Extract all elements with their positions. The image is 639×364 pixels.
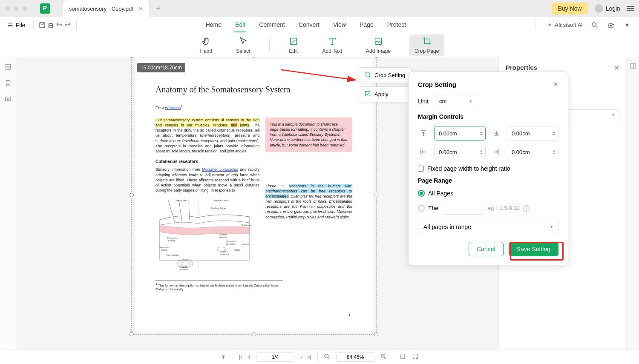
go-last-icon[interactable]: ›|	[308, 354, 311, 360]
tool-label: Add Image	[366, 48, 391, 54]
tool-add-text[interactable]: Add Text	[317, 34, 347, 56]
margin-right-input[interactable]: ▲▼	[507, 145, 558, 159]
fixed-ratio-checkbox[interactable]: Fixed page width to height ratio	[418, 165, 558, 172]
figure-label: Figure 1:	[265, 184, 284, 188]
crop-setting-button[interactable]: Crop Setting	[358, 67, 412, 83]
svg-point-30	[182, 262, 189, 265]
crop-selection[interactable]: 15.00cm*18.76cm Anatomy of the Somatosen…	[135, 59, 373, 331]
next-page-icon[interactable]: ›	[300, 354, 302, 360]
tool-select[interactable]: Select	[231, 34, 255, 56]
close-modal-icon[interactable]: ✕	[553, 80, 558, 88]
margin-left-input[interactable]: ▲▼	[434, 145, 486, 159]
panel-toggle-icon[interactable]	[629, 62, 637, 70]
file-menu[interactable]: ☰ File	[8, 22, 26, 29]
crop-handle[interactable]	[374, 193, 378, 197]
menu-view[interactable]: View	[332, 18, 347, 32]
document-tab[interactable]: somatosensory - Copy.pdf ✕	[63, 0, 149, 17]
file-label: File	[16, 22, 26, 29]
highlight: Our somatosensory system consists of sen…	[155, 118, 259, 122]
menu-page[interactable]: Page	[359, 18, 374, 32]
fixed-ratio-input[interactable]	[418, 166, 424, 172]
login-button[interactable]: Login	[595, 4, 620, 13]
traffic-max-icon[interactable]	[22, 6, 27, 11]
crop-handle[interactable]	[252, 57, 256, 58]
info-icon[interactable]: i	[523, 205, 530, 212]
menu-convert[interactable]: Convert	[298, 18, 320, 32]
zoom-out-icon[interactable]	[324, 353, 330, 361]
crop-handle[interactable]	[374, 57, 378, 58]
all-pages-radio[interactable]: All Pages	[418, 190, 558, 197]
save-icon[interactable]	[38, 21, 46, 29]
margin-left-field[interactable]	[439, 149, 469, 155]
cancel-button[interactable]: Cancel	[469, 242, 504, 256]
crop-handle[interactable]	[130, 57, 134, 58]
tool-add-image[interactable]: Add Image	[361, 34, 396, 56]
fit-page-icon[interactable]	[412, 353, 419, 361]
comment-icon[interactable]	[4, 95, 13, 104]
text: ), and pain (	[216, 139, 237, 143]
margin-left-icon	[418, 148, 429, 156]
search-icon[interactable]	[590, 21, 599, 29]
svg-rect-33	[366, 92, 370, 96]
undo-icon[interactable]	[55, 21, 63, 29]
separator	[33, 20, 34, 30]
crop-handle[interactable]	[252, 332, 256, 336]
go-first-icon[interactable]: |‹	[239, 354, 242, 360]
menu-home[interactable]: Home	[205, 18, 222, 32]
ai-button[interactable]: ✦ Afirstsoft AI	[547, 22, 583, 28]
tool-crop-page[interactable]: Crop Page	[409, 34, 444, 56]
margin-top-field[interactable]	[439, 130, 469, 137]
pdf-page: Anatomy of the Somatosensory System From…	[135, 59, 373, 331]
custom-range-radio[interactable]: The eg：1,5-9,12 i	[418, 202, 558, 215]
hamburger-menu-icon[interactable]	[627, 6, 634, 11]
radio-off-icon[interactable]	[418, 205, 425, 212]
margin-top-input[interactable]: ▲▼	[434, 126, 486, 140]
diagram-label: Hairy skin	[176, 199, 187, 202]
stepper-icon[interactable]: ▲▼	[480, 149, 483, 155]
first-page-icon[interactable]	[220, 353, 227, 361]
stepper-icon[interactable]: ▲▼	[553, 149, 556, 155]
close-panel-icon[interactable]: ✕	[614, 64, 619, 72]
prev-page-icon[interactable]: ‹	[248, 354, 250, 360]
redo-icon[interactable]	[63, 21, 72, 29]
crop-handle[interactable]	[374, 332, 378, 336]
zoom-in-icon[interactable]	[380, 353, 387, 361]
unit-select[interactable]: cm	[434, 95, 476, 107]
thumbnails-icon[interactable]	[4, 63, 13, 72]
print-icon[interactable]	[46, 21, 55, 29]
menu-edit[interactable]: Edit	[234, 18, 246, 32]
cloud-upload-icon[interactable]	[607, 21, 615, 29]
zoom-input[interactable]	[336, 353, 374, 362]
menu-protect[interactable]: Protect	[386, 18, 407, 32]
margin-controls-title: Margin Controls	[418, 113, 558, 120]
tool-hand[interactable]: Hand	[195, 34, 218, 56]
crop-handle[interactable]	[130, 332, 134, 336]
margin-bottom-input[interactable]: ▲▼	[507, 126, 558, 140]
stepper-icon[interactable]: ▲▼	[553, 130, 556, 136]
chevron-down-icon[interactable]: ▾	[623, 21, 631, 29]
save-setting-button[interactable]: Save Setting	[509, 242, 558, 256]
close-tab-icon[interactable]: ✕	[138, 6, 143, 12]
apply-range-select[interactable]: All pages in range	[418, 220, 558, 234]
page-input[interactable]	[256, 353, 294, 362]
separator	[393, 353, 393, 361]
margin-right-field[interactable]	[512, 149, 541, 155]
radio-on-icon[interactable]	[418, 190, 425, 197]
window-controls[interactable]	[5, 6, 27, 11]
fit-width-icon[interactable]	[399, 353, 406, 361]
traffic-min-icon[interactable]	[14, 6, 19, 11]
new-tab-button[interactable]: +	[156, 4, 161, 13]
crop-handle[interactable]	[130, 193, 134, 197]
bookmark-icon[interactable]	[4, 79, 13, 88]
range-input[interactable]	[442, 202, 484, 215]
margin-bottom-field[interactable]	[512, 130, 541, 137]
tool-edit[interactable]: Edit	[283, 34, 304, 56]
meissner-link: Meissner corpuscles	[202, 167, 238, 172]
apply-button[interactable]: Apply	[358, 86, 412, 102]
footnote-text: The following description is based on le…	[155, 284, 278, 291]
menu-comment[interactable]: Comment	[258, 18, 286, 32]
svg-rect-34	[630, 63, 636, 69]
buy-now-button[interactable]: Buy Now	[552, 3, 588, 14]
traffic-close-icon[interactable]	[5, 6, 10, 11]
stepper-icon[interactable]: ▲▼	[480, 130, 483, 136]
